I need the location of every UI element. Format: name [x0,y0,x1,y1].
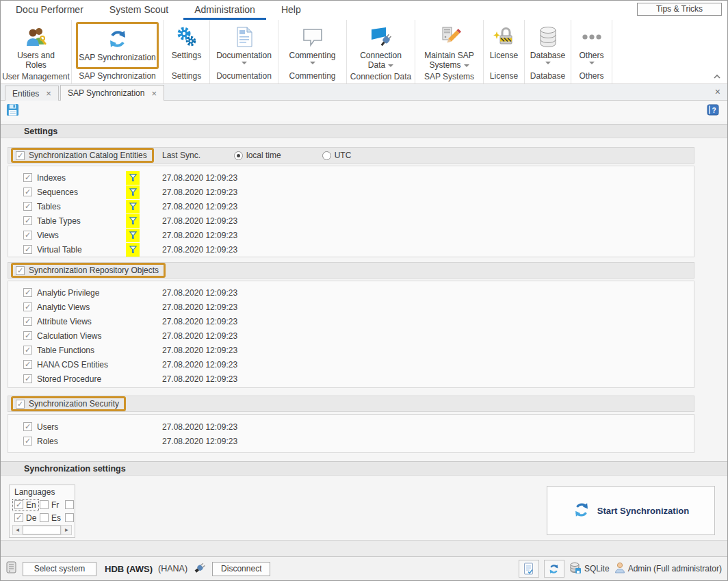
tab-close-icon[interactable]: × [151,88,157,99]
collapse-ribbon-icon[interactable] [714,71,720,81]
item-checkbox[interactable] [23,374,32,383]
license-icon [493,25,516,49]
start-synchronization-button[interactable]: Start Synchronization [547,486,715,535]
others-button[interactable]: Others [573,21,610,69]
ribbon-button-label: Maintain SAP Systems [419,51,480,70]
ribbon-group-label: SAP Systems [415,71,483,84]
scroll-thumb[interactable] [23,526,61,534]
settings-button[interactable]: Settings [165,21,208,69]
users-and-roles-button[interactable]: Users and Roles [2,21,70,70]
item-checkbox[interactable] [23,188,32,196]
ribbon-group-label: Database [525,70,571,83]
last-sync-label: Last Sync. [162,151,200,160]
language-option-partial[interactable] [64,513,75,523]
item-checkbox[interactable] [23,202,32,211]
item-checkbox[interactable] [23,216,32,225]
select-system-button[interactable]: Select system [23,562,96,576]
item-checkbox[interactable] [23,422,32,431]
item-checkbox[interactable] [23,346,32,354]
filter-funnel-icon[interactable] [126,229,140,242]
tips-and-tricks-button[interactable]: Tips & Tricks [637,3,722,16]
item-checkbox[interactable] [23,331,32,340]
radio-local-time[interactable]: local time [234,151,281,160]
language-option-fr[interactable]: Fr [38,500,64,511]
scroll-left-icon[interactable]: ◄ [13,526,22,534]
connection-data-icon [369,25,393,49]
connection-data-button[interactable]: Connection Data [348,21,413,70]
language-option-de[interactable]: De [13,513,38,524]
repository-checkbox[interactable] [16,266,25,275]
ribbon: Users and Roles User Management SAP Sync… [1,20,727,84]
ribbon-group-label: SAP Synchronization [72,70,163,83]
item-last-sync: 27.08.2020 12:09:23 [144,216,694,226]
menu-tab-system-scout[interactable]: System Scout [99,1,179,20]
item-checkbox[interactable] [23,437,32,446]
synchronization-settings-header: Synchronization settings [1,461,727,476]
ribbon-group-label: Connection Data [347,71,415,84]
repository-row: Analytic Views 27.08.2020 12:09:23 [8,300,694,314]
document-report-button[interactable] [519,560,539,578]
repository-row: Table Functions 27.08.2020 12:09:23 [8,343,694,357]
license-button[interactable]: License [485,21,523,69]
item-label: Indexes [37,173,122,183]
item-checkbox[interactable] [23,302,32,311]
ribbon-button-label: Database [530,51,565,60]
filter-funnel-icon[interactable] [126,171,140,185]
maintain-sap-systems-button[interactable]: Maintain SAP Systems [417,21,482,70]
doc-tab-entities[interactable]: Entities × [5,86,59,101]
documentation-button[interactable]: Documentation [211,21,276,69]
security-title: Synchronization Security [29,399,119,409]
item-label: HANA CDS Entities [37,360,122,370]
tab-close-icon[interactable]: × [46,88,51,99]
menu-tab-docu-performer[interactable]: Docu Performer [5,1,94,20]
item-last-sync: 27.08.2020 12:09:23 [144,422,694,432]
catalog-row: Indexes 27.08.2020 12:09:23 [8,170,694,185]
bottom-strip [1,540,727,556]
menu-tab-administration[interactable]: Administration [183,1,266,20]
filter-funnel-icon[interactable] [126,243,140,257]
security-section: Synchronization Security Users 27.08.202… [8,396,694,453]
filter-funnel-icon[interactable] [126,185,140,199]
item-checkbox[interactable] [23,245,32,254]
languages-title: Languages [10,485,75,498]
item-last-sync: 27.08.2020 12:09:23 [144,437,694,446]
user-label: Admin (Full administrator) [628,564,722,573]
security-checkbox[interactable] [16,400,25,409]
ribbon-group-documentation: Documentation Documentation [210,20,278,83]
catalog-checkbox[interactable] [16,151,25,160]
help-info-icon[interactable]: ? [707,104,719,118]
language-option-es[interactable]: Es [38,513,64,524]
ribbon-button-label: Connection Data [356,51,406,70]
language-option-en[interactable]: En [13,500,38,511]
item-checkbox[interactable] [23,360,32,369]
language-checkbox [40,513,49,522]
filter-funnel-icon[interactable] [126,214,140,228]
sap-synchronization-button[interactable]: SAP Synchronization [76,22,159,69]
item-checkbox[interactable] [23,231,32,240]
menu-tab-help[interactable]: Help [270,1,312,20]
filter-funnel-icon[interactable] [126,200,140,214]
scroll-right-icon[interactable]: ► [62,526,71,534]
item-checkbox[interactable] [23,317,32,326]
connected-system-name: HDB (AWS) [105,564,153,574]
disconnect-button[interactable]: Disconnect [212,562,270,576]
item-checkbox[interactable] [23,288,32,297]
languages-scrollbar[interactable]: ◄ ► [12,525,72,535]
item-checkbox[interactable] [23,173,32,182]
database-button[interactable]: Database [526,21,569,69]
connection-plug-icon [193,562,207,576]
item-label: Views [37,231,122,240]
item-last-sync: 27.08.2020 12:09:23 [144,360,694,370]
language-checkbox [14,513,23,522]
refresh-sync-button[interactable] [544,560,564,578]
radio-utc[interactable]: UTC [322,151,352,160]
commenting-button[interactable]: Commenting [280,21,345,69]
ribbon-group-user-management: Users and Roles User Management [1,20,72,83]
doc-tab-sap-synchronization[interactable]: SAP Synchronization × [60,85,164,101]
ribbon-group-sap-synchronization: SAP Synchronization SAP Synchronization [72,20,164,83]
item-label: Sequences [37,188,122,197]
language-option-partial[interactable] [64,500,75,510]
save-icon[interactable] [6,103,19,118]
close-document-icon[interactable]: × [715,86,720,97]
item-label: Virtual Table [37,245,122,255]
